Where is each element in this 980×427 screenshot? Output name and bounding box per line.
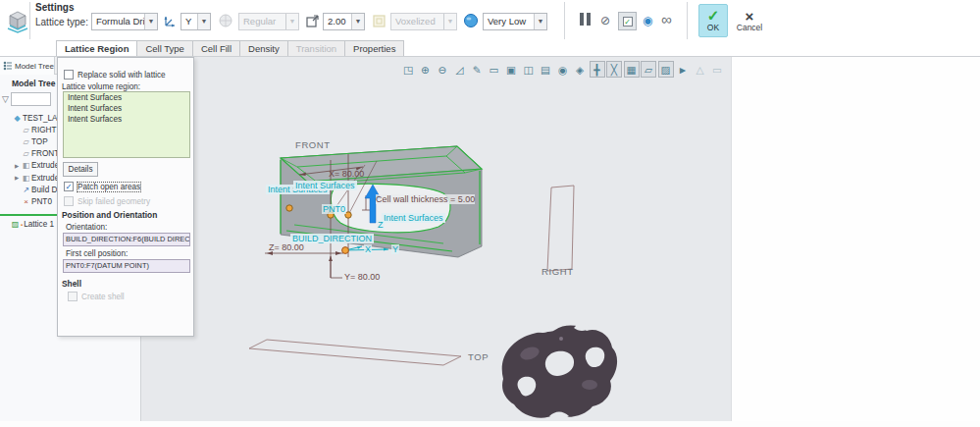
tree-icon <box>3 61 13 71</box>
first-cell-label: First cell position: <box>66 249 128 258</box>
shell-header: Shell <box>62 279 81 289</box>
pause-icon[interactable] <box>578 13 592 26</box>
dropdown-arrow-icon[interactable]: ▼ <box>534 14 546 29</box>
close-icon: × <box>746 10 754 23</box>
expander-icon[interactable]: ▶ <box>13 163 21 169</box>
verify-glasses-icon[interactable]: ∞ <box>661 11 672 27</box>
axis-orientation-icon[interactable] <box>163 13 178 28</box>
tree-item-lattice-1[interactable]: ▨ ▪ Lattice 1 <box>10 220 54 229</box>
cell-size-icon[interactable] <box>305 13 320 28</box>
plane-icon: ▱ <box>21 149 31 158</box>
ribbon-separator <box>687 2 688 39</box>
quality-value: Very Low <box>484 14 534 29</box>
checkbox-label: Replace solid with lattice <box>77 71 166 80</box>
gyroid-cell[interactable] <box>502 324 617 420</box>
settings-label: Settings <box>35 2 74 13</box>
checkbox-icon[interactable] <box>64 70 74 80</box>
lattice-region-panel: Replace solid with lattice Lattice volum… <box>57 57 194 337</box>
dropdown-arrow-icon: ▼ <box>285 14 298 29</box>
builddir-icon: ↗ <box>21 186 31 194</box>
orientation-input[interactable]: BUILD_DIRECTION:F6(BUILD DIRECTION_ <box>63 233 190 246</box>
tree-item-label: TOP <box>31 137 48 146</box>
checkbox-checked-icon[interactable]: ✓ <box>64 182 74 191</box>
lattice-dashboard: Settings Lattice type: Formula Driven ▼ … <box>0 0 980 40</box>
tree-search-input[interactable] <box>11 92 51 106</box>
tab-properties[interactable]: Properties <box>345 40 404 57</box>
ribbon-separator <box>564 2 565 39</box>
axis-z-label: Z <box>377 220 385 230</box>
feature-preview-toggle[interactable]: ✓ <box>618 12 637 30</box>
cancel-button[interactable]: × Cancel <box>732 4 767 37</box>
patch-open-areas-checkbox[interactable]: ✓ Patch open areas <box>64 182 140 191</box>
region-list-item[interactable]: Intent Surfaces <box>64 103 189 114</box>
tab-cell-type[interactable]: Cell Type <box>137 40 192 57</box>
datum-plane-top[interactable] <box>249 340 461 365</box>
resolution-sphere-icon[interactable] <box>463 13 479 28</box>
dimension-y[interactable]: Y= 80.00 <box>344 272 380 282</box>
checkbox-icon <box>68 292 77 301</box>
model-tree-header: Model Tree <box>12 79 55 88</box>
region-list-item[interactable]: Intent Surfaces <box>64 92 189 103</box>
tab-transition: Transition <box>288 40 345 57</box>
checkbox-label: Create shell <box>81 293 125 301</box>
model-tree-tab-label: Model Tree <box>15 62 54 71</box>
cell-size-select[interactable]: 2.00 ▼ <box>323 13 365 30</box>
dropdown-arrow-icon[interactable]: ▼ <box>144 14 157 29</box>
no-preview-icon[interactable]: ⊘ <box>600 14 610 27</box>
cell-wall-thickness-note[interactable]: Cell wall thickness = 5.00 <box>376 194 475 204</box>
axis-value: Y <box>181 14 197 29</box>
tree-item-label: Lattice 1 <box>24 220 54 229</box>
details-button[interactable]: Details <box>63 162 98 177</box>
extrude-icon: ◧ <box>21 174 31 183</box>
dashboard-tabbar: Lattice Region Cell Type Cell Fill Densi… <box>56 40 404 57</box>
dropdown-arrow-icon[interactable]: ▼ <box>351 14 364 29</box>
filter-funnel-icon[interactable]: ▽ <box>2 94 9 104</box>
region-list-label: Lattice volume region: <box>62 82 140 91</box>
quality-select[interactable]: Very Low ▼ <box>483 13 547 30</box>
pnt0-tag[interactable]: PNT0 <box>322 204 346 214</box>
tree-item-label: FRONT <box>31 149 59 158</box>
position-orientation-header: Position and Orientation <box>62 210 157 220</box>
cancel-label: Cancel <box>737 23 762 32</box>
check-icon: ✓ <box>707 9 720 23</box>
cell-size-value: 2.00 <box>324 14 351 29</box>
cell-shape-icon <box>218 13 233 28</box>
region-list-item[interactable]: Intent Surfaces <box>64 114 189 125</box>
first-cell-input[interactable]: PNT0:F7(DATUM POINT) <box>63 259 190 273</box>
cell-type-select: Regular ▼ <box>238 13 299 30</box>
window-void <box>731 57 980 421</box>
cell-type-value: Regular <box>239 14 285 29</box>
checkbox-label: Skip failed geometry <box>77 197 150 206</box>
replace-solid-checkbox[interactable]: Replace solid with lattice <box>64 70 166 80</box>
axis-select[interactable]: Y ▼ <box>181 13 211 30</box>
tab-lattice-region[interactable]: Lattice Region <box>56 40 137 57</box>
right-plane-label: RIGHT <box>542 266 574 277</box>
model-tree-tab[interactable]: Model Tree <box>0 57 55 75</box>
intent-surfaces-tag-1[interactable]: Intent Surfaces <box>293 181 357 190</box>
dropdown-arrow-icon[interactable]: ▼ <box>197 14 210 29</box>
fill-type-value: Voxelized <box>391 14 443 29</box>
intent-surfaces-tag-3[interactable]: Intent Surfaces <box>382 213 445 223</box>
lattice-type-select[interactable]: Formula Driven ▼ <box>91 13 158 30</box>
top-plane-label: TOP <box>468 351 489 362</box>
orientation-label: Orientation: <box>66 223 107 232</box>
build-direction-tag[interactable]: BUILD_DIRECTION <box>290 234 374 243</box>
lattice-type-value: Formula Driven <box>92 14 144 29</box>
tree-item-label: RIGHT <box>31 126 56 134</box>
point-icon: × <box>21 197 31 206</box>
ok-button[interactable]: ✓ OK <box>698 4 728 37</box>
datum-plane-right[interactable] <box>547 186 574 271</box>
tab-density[interactable]: Density <box>240 40 288 57</box>
attached-preview-icon[interactable]: ◉ <box>643 14 652 27</box>
lattice-type-label: Lattice type: <box>35 17 88 27</box>
front-plane-label: FRONT <box>295 139 331 150</box>
tree-filter-row: ▽ <box>2 92 51 106</box>
extrude-icon: ◧ <box>21 161 31 170</box>
axis-y-label: Y <box>391 244 399 254</box>
dimension-x[interactable]: X= 80.00 <box>329 169 364 179</box>
ribbon-separator <box>29 2 30 39</box>
dimension-z[interactable]: Z= 80.00 <box>269 242 304 252</box>
expander-icon[interactable]: ▶ <box>13 175 21 181</box>
tab-cell-fill[interactable]: Cell Fill <box>193 40 240 57</box>
lattice-volume-region-list[interactable]: Intent SurfacesIntent SurfacesIntent Sur… <box>63 91 190 158</box>
